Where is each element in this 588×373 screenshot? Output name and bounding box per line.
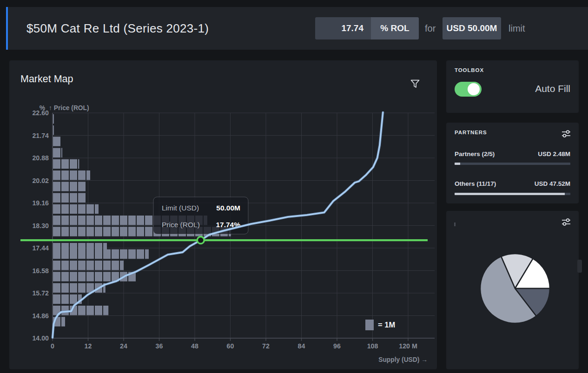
auto-fill-label: Auto Fill [535,83,570,94]
toolbox-heading: TOOLBOX [455,67,484,73]
page-title: $50M Cat Re Ltd (Series 2023-1) [26,7,209,50]
svg-text:0: 0 [51,342,54,350]
others-progress-bar [455,193,570,195]
svg-text:96: 96 [333,342,341,350]
svg-text:60: 60 [227,342,234,350]
svg-text:36: 36 [156,342,163,350]
limit-value-input[interactable]: USD 50.00M [443,17,501,39]
others-row-label: Others (11/17) [455,180,496,187]
market-map-panel: 14.0014.8615.7216.5817.4418.3019.1620.02… [9,60,437,369]
filter-icon[interactable] [409,78,421,90]
partners-row-label: Partners (2/5) [455,151,495,157]
svg-text:72: 72 [262,342,270,350]
svg-text:19.16: 19.16 [32,199,49,207]
legend-swatch [365,320,374,330]
legend-label: = 1M [378,321,395,329]
current-price-marker[interactable] [197,237,204,244]
for-label: for [425,17,436,39]
auto-fill-toggle[interactable] [455,82,482,97]
toolbox-panel: TOOLBOX Auto Fill [446,60,579,113]
svg-text:84: 84 [298,342,305,350]
svg-text:20.88: 20.88 [32,154,49,162]
toggle-knob [468,83,480,95]
svg-text:Limit (USD): Limit (USD) [162,204,199,212]
scrollbar-thumb[interactable] [577,260,582,273]
market-map-title: Market Map [20,73,73,85]
allocation-pie-chart[interactable] [446,211,579,369]
app-window: $50M Cat Re Ltd (Series 2023-1) 17.74 % … [0,0,588,373]
header-bar: $50M Cat Re Ltd (Series 2023-1) 17.74 % … [6,7,588,50]
svg-text:18.30: 18.30 [32,222,49,229]
allocation-panel [446,211,579,369]
svg-text:21.74: 21.74 [32,132,49,139]
svg-text:15.72: 15.72 [32,289,49,297]
svg-text:120 M: 120 M [399,342,417,350]
svg-text:Price (ROL): Price (ROL) [162,221,200,229]
svg-text:108: 108 [367,342,378,350]
svg-text:Supply (USD) →: Supply (USD) → [378,356,428,363]
svg-text:12: 12 [85,342,92,350]
svg-text:16.58: 16.58 [32,267,49,275]
svg-text:17.44: 17.44 [32,244,49,252]
svg-text:14.00: 14.00 [32,334,49,342]
partners-panel: PARTNERS Partners (2/5) USD 2.48M Others… [446,123,579,203]
svg-text:14.86: 14.86 [32,312,49,320]
partners-progress-fill [455,163,460,165]
svg-text:48: 48 [191,342,198,350]
partners-row-value: USD 2.48M [538,151,570,157]
svg-text:50.00M: 50.00M [216,204,240,212]
svg-text:24: 24 [120,342,127,350]
svg-text:↑ Price (ROL): ↑ Price (ROL) [49,105,89,111]
limit-label: limit [509,17,525,39]
svg-text:%: % [40,105,45,111]
block-legend: = 1M [365,320,395,330]
partners-progress-bar [455,163,570,165]
sliders-icon[interactable] [561,128,572,139]
price-rol-input[interactable]: 17.74 [315,17,371,39]
price-rol-unit[interactable]: % ROL [371,17,419,39]
partners-heading: PARTNERS [455,130,487,135]
svg-text:20.02: 20.02 [32,177,49,184]
others-progress-fill [455,193,565,195]
others-row-value: USD 47.52M [535,180,570,187]
